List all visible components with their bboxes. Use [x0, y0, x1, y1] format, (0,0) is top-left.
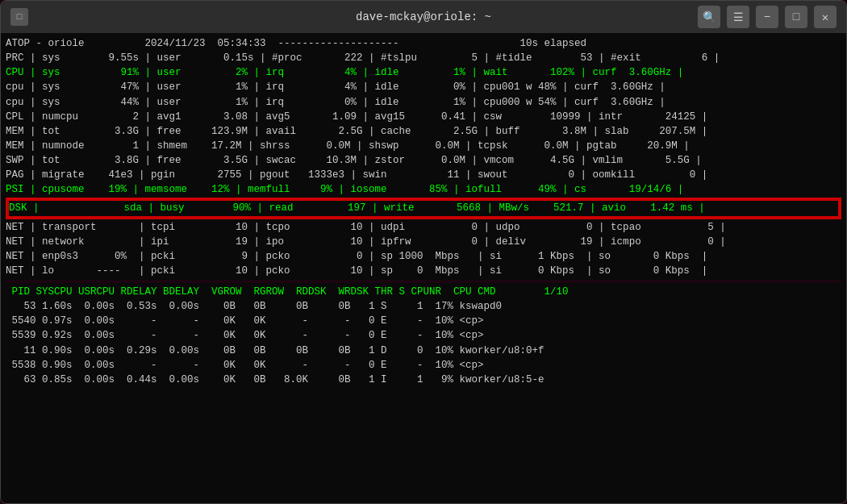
net2-line: NET | network | ipi 19 | ipo 10 | ipfrw … [6, 235, 841, 249]
cpl-line: CPL | numcpu 2 | avg1 3.08 | avg5 1.09 |… [6, 110, 841, 124]
process-row-0: 53 1.60s 0.00s 0.53s 0.00s 0B 0B 0B 0B 1… [6, 299, 841, 314]
menu-button[interactable]: ☰ [727, 6, 749, 28]
maximize-button[interactable]: □ [785, 6, 807, 28]
net4-line: NET | lo ---- | pcki 10 | pcko 10 | sp 0… [6, 264, 841, 278]
net3-line: NET | enp0s3 0% | pcki 9 | pcko 0 | sp 1… [6, 249, 841, 264]
swp-line: SWP | tot 3.8G | free 3.5G | swcac 10.3M… [6, 153, 841, 168]
cpu-line: CPU | sys 91% | user 2% | irq 4% | idle … [6, 65, 841, 80]
titlebar-left: □ [10, 8, 28, 26]
prc-line: PRC | sys 9.55s | user 0.15s | #proc 222… [6, 51, 841, 65]
mem2-line: MEM | numnode 1 | shmem 17.2M | shrss 0.… [6, 139, 841, 153]
process-table-header: PID SYSCPU USRCPU RDELAY BDELAY VGROW RG… [6, 285, 841, 299]
process-row-2: 5539 0.92s 0.00s - - 0K 0K - - 0 E - 10%… [6, 328, 841, 343]
mem1-line: MEM | tot 3.3G | free 123.9M | avail 2.5… [6, 124, 841, 139]
terminal-content: ATOP - oriole 2024/11/23 05:34:33 ------… [1, 33, 846, 503]
process-row-4: 5538 0.90s 0.00s - - 0K 0K - - 0 E - 10%… [6, 358, 841, 373]
psi-line: PSI | cpusome 19% | memsome 12% | memful… [6, 182, 841, 197]
search-button[interactable]: 🔍 [698, 6, 720, 28]
minimize-button[interactable]: − [756, 6, 778, 28]
window-title: dave-mckay@oriole: ~ [356, 10, 491, 23]
titlebar-controls: 🔍 ☰ − □ ✕ [698, 6, 837, 28]
dsk-line: DSK | sda | busy 90% | read 197 | write … [7, 199, 840, 217]
section-separator [6, 280, 841, 283]
atop-header: ATOP - oriole 2024/11/23 05:34:33 ------… [6, 36, 841, 51]
close-button[interactable]: ✕ [814, 6, 837, 28]
pag-line: PAG | migrate 41e3 | pgin 2755 | pgout 1… [6, 168, 841, 182]
process-row-3: 11 0.90s 0.00s 0.29s 0.00s 0B 0B 0B 0B 1… [6, 344, 841, 358]
app-icon: □ [10, 8, 28, 26]
titlebar: □ dave-mckay@oriole: ~ 🔍 ☰ − □ ✕ [1, 1, 846, 33]
cpu2-line: cpu | sys 44% | user 1% | irq 0% | idle … [6, 95, 841, 110]
dsk-highlight-box: DSK | sda | busy 90% | read 197 | write … [6, 198, 841, 219]
cpu1-line: cpu | sys 47% | user 1% | irq 4% | idle … [6, 80, 841, 94]
process-row-5: 63 0.85s 0.00s 0.44s 0.00s 0K 0B 8.0K 0B… [6, 373, 841, 387]
terminal-window: □ dave-mckay@oriole: ~ 🔍 ☰ − □ ✕ ATOP - … [0, 0, 847, 504]
process-row-1: 5540 0.97s 0.00s - - 0K 0K - - 0 E - 10%… [6, 314, 841, 328]
net1-line: NET | transport | tcpi 10 | tcpo 10 | ud… [6, 220, 841, 235]
